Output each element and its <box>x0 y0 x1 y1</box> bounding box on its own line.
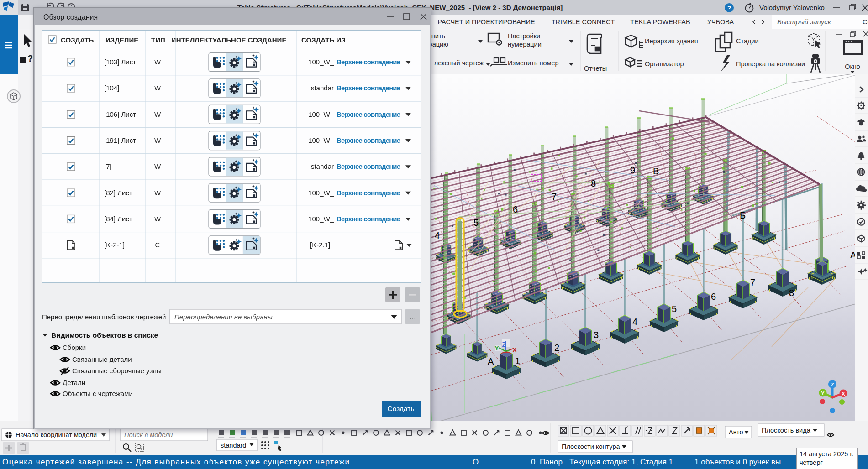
svg-text:РАСЧЕТ И ПРОЕКТИРОВАНИЕ: РАСЧЕТ И ПРОЕКТИРОВАНИЕ <box>437 18 535 26</box>
svg-text:Плоскости контура: Плоскости контура <box>562 443 620 450</box>
svg-text:Окно: Окно <box>845 63 860 70</box>
svg-text:Переопределения не выбраны: Переопределения не выбраны <box>174 313 273 321</box>
svg-text:5: 5 <box>473 218 479 228</box>
svg-text:Верхнее совпадение: Верхнее совпадение <box>337 84 400 92</box>
svg-text:W: W <box>154 58 161 66</box>
svg-text:1: 1 <box>515 356 520 366</box>
svg-text:Верхнее совпадение: Верхнее совпадение <box>337 110 400 118</box>
svg-text:СОЗДАТЬ ИЗ: СОЗДАТЬ ИЗ <box>301 36 346 44</box>
svg-text:Начало координат модели: Начало координат модели <box>16 431 97 438</box>
svg-text:9: 9 <box>630 165 635 175</box>
svg-text:Y: Y <box>821 391 825 396</box>
svg-text:Текущая стадия: 1, Стадия 1: Текущая стадия: 1, Стадия 1 <box>569 458 673 466</box>
svg-text:[106] Лист: [106] Лист <box>104 110 136 118</box>
svg-text:О: О <box>473 458 479 466</box>
svg-text:standard: standard <box>221 442 246 449</box>
svg-text:[84] Лист: [84] Лист <box>104 215 132 223</box>
svg-text:Верхнее совпадение: Верхнее совпадение <box>337 136 400 144</box>
svg-text:Y: Y <box>494 344 499 352</box>
svg-text:Верхнее совпадение: Верхнее совпадение <box>337 58 400 66</box>
svg-text:Настройки: Настройки <box>508 32 540 40</box>
svg-text:[7]: [7] <box>104 162 112 170</box>
svg-text:СОЗДАТЬ: СОЗДАТЬ <box>61 36 94 44</box>
svg-text:8: 8 <box>789 288 794 298</box>
svg-text:Верхнее совпадение: Верхнее совпадение <box>337 215 400 223</box>
svg-text:нумерации: нумерации <box>508 41 542 48</box>
svg-text:Volodymyr Yalovenko: Volodymyr Yalovenko <box>759 4 825 11</box>
svg-text:лексный чертеж: лексный чертеж <box>434 59 484 67</box>
svg-text:Верхнее совпадение: Верхнее совпадение <box>337 162 400 170</box>
svg-text:100_W_: 100_W_ <box>308 58 334 66</box>
svg-text:Сов: Сов <box>863 18 868 26</box>
svg-text:7: 7 <box>750 277 755 287</box>
svg-text:Z: Z <box>831 382 834 387</box>
svg-text:8: 8 <box>591 178 596 188</box>
svg-text:5: 5 <box>672 304 677 314</box>
svg-text:Объекты с чертежами: Объекты с чертежами <box>63 390 133 397</box>
svg-text:standar: standar <box>311 84 334 92</box>
svg-text:C: C <box>155 241 160 249</box>
svg-text:Авто: Авто <box>729 428 743 436</box>
svg-text:Z: Z <box>502 340 506 348</box>
svg-text:[104]: [104] <box>104 84 119 92</box>
svg-text:Переопределения шаблонов черте: Переопределения шаблонов чертежей <box>42 313 166 321</box>
svg-text:ТИП: ТИП <box>151 36 165 44</box>
svg-text:Б: Б <box>740 210 746 220</box>
svg-text:100_W_: 100_W_ <box>308 215 334 223</box>
svg-text:100_W_: 100_W_ <box>308 110 334 118</box>
svg-text:7: 7 <box>552 192 557 202</box>
svg-text:ИНТЕЛЛЕКТУАЛЬНОЕ СОЗДАНИЕ: ИНТЕЛЛЕКТУАЛЬНОЕ СОЗДАНИЕ <box>171 36 286 44</box>
svg-text:Верхнее совпадение: Верхнее совпадение <box>337 189 400 197</box>
svg-text:0 Панор: 0 Панор <box>531 458 563 466</box>
svg-text:ИЗДЕЛИЕ: ИЗДЕЛИЕ <box>105 36 138 44</box>
svg-text:Сборки: Сборки <box>63 344 86 351</box>
svg-text:Связанные сборочные узлы: Связанные сборочные узлы <box>72 367 162 375</box>
svg-text:УЧБОВА: УЧБОВА <box>707 18 734 26</box>
svg-text:Детали: Детали <box>63 379 85 386</box>
svg-text:В: В <box>653 166 659 176</box>
svg-text:А: А <box>850 250 855 260</box>
svg-text:3: 3 <box>594 330 599 340</box>
svg-text:2: 2 <box>554 343 559 353</box>
svg-text:[191] Лист: [191] Лист <box>104 136 136 144</box>
svg-text:...: ... <box>410 314 415 321</box>
svg-text:Стадии: Стадии <box>736 37 759 45</box>
svg-text:Видимость объектов в списке: Видимость объектов в списке <box>51 331 158 339</box>
svg-text:X: X <box>842 391 845 396</box>
svg-text:W: W <box>154 110 161 118</box>
svg-text:[82] Лист: [82] Лист <box>104 189 132 197</box>
svg-text:Связанные детали: Связанные детали <box>72 355 132 363</box>
svg-text:Отчеты: Отчеты <box>584 65 607 72</box>
svg-text:4: 4 <box>435 230 440 240</box>
svg-text:W: W <box>154 215 161 223</box>
svg-text:[K-2.1]: [K-2.1] <box>310 241 330 249</box>
svg-text:1 объектов и 0 ручек вы: 1 объектов и 0 ручек вы <box>694 458 781 466</box>
svg-text:100_W_: 100_W_ <box>308 136 334 144</box>
svg-text:?: ? <box>727 5 731 12</box>
svg-text:Проверка на коллизии: Проверка на коллизии <box>736 60 805 68</box>
svg-text:100_W_: 100_W_ <box>308 189 334 197</box>
svg-text:standar: standar <box>311 162 334 170</box>
svg-text:[K-2-1]: [K-2-1] <box>104 241 125 249</box>
svg-text:?: ? <box>27 53 33 63</box>
svg-text:W: W <box>154 189 161 197</box>
svg-text:Изменить номер: Изменить номер <box>508 59 559 67</box>
svg-text:Обзор создания: Обзор создания <box>43 13 98 21</box>
svg-text:Организатор: Организатор <box>645 60 684 68</box>
svg-text:W: W <box>154 136 161 144</box>
svg-text:А: А <box>488 356 494 366</box>
svg-text:6: 6 <box>711 292 716 302</box>
svg-text:Создать: Создать <box>388 405 415 412</box>
svg-text:TRIMBLE CONNECT: TRIMBLE CONNECT <box>552 18 615 26</box>
svg-text:6: 6 <box>513 204 518 214</box>
svg-text:TEKLA POWERFAB: TEKLA POWERFAB <box>630 18 690 26</box>
svg-text:Плоскость вида: Плоскость вида <box>762 427 811 434</box>
svg-text:W: W <box>154 162 161 170</box>
svg-text:W: W <box>154 84 161 92</box>
svg-text:Оценка чертежей завершена -- Д: Оценка чертежей завершена -- Для выбранн… <box>2 458 349 466</box>
svg-text:Быстрый запуск: Быстрый запуск <box>777 18 831 26</box>
svg-text:X: X <box>512 346 517 354</box>
svg-text:4: 4 <box>632 317 637 327</box>
svg-text:Поиск в модели: Поиск в модели <box>124 431 173 438</box>
svg-text:Иерархия здания: Иерархия здания <box>645 37 698 45</box>
